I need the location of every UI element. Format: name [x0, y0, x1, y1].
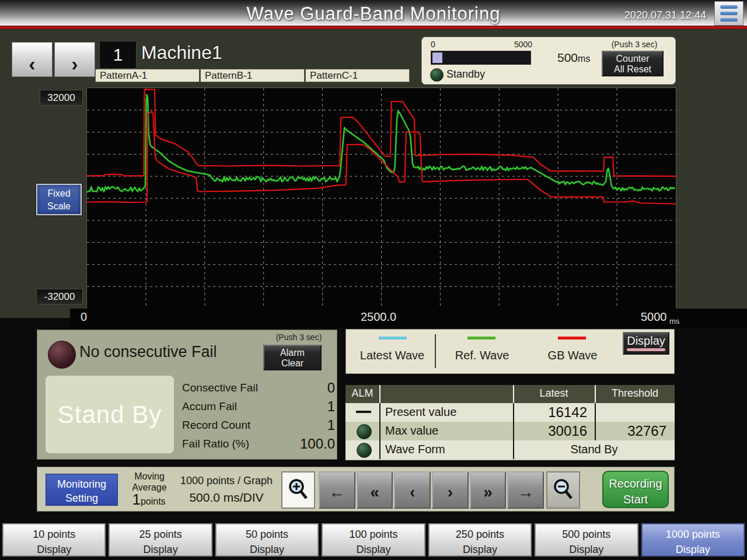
machine-number: 1: [99, 41, 137, 69]
push-hint: (Push 3 sec): [597, 40, 672, 49]
zoom-in-button[interactable]: [281, 471, 315, 509]
table-header: ALM Latest Threshold: [345, 385, 675, 403]
pan-button-3[interactable]: ›: [432, 471, 469, 509]
cycle-scale-min: 0: [431, 40, 435, 49]
tab-pattern-a[interactable]: PatternA-1: [95, 69, 200, 82]
250-points-display-button[interactable]: 250 pointsDisplay: [428, 523, 532, 556]
10-points-display-button[interactable]: 10 pointsDisplay: [2, 523, 106, 556]
recording-start-button[interactable]: Recording Start: [602, 471, 669, 508]
legend-divider: [435, 334, 436, 368]
table-row-present-value: Present value 16142: [345, 403, 675, 422]
legend-gb-wave: GB Wave: [540, 349, 605, 362]
tab-pattern-c[interactable]: PatternC-1: [305, 69, 410, 82]
cycle-progress-fill: [432, 52, 442, 63]
legend-panel: Latest Wave Ref. Wave GB Wave Display: [345, 329, 675, 374]
standby-indicator: [430, 68, 444, 82]
hmi-screen: Wave Guard-Band Monitoring 2020.07.31 12…: [0, 0, 747, 560]
title-divider: [0, 26, 747, 29]
col-latest: Latest: [514, 387, 594, 400]
interval-unit: ms: [578, 54, 590, 64]
stat-row-consecutive-fail: Consective Fail 0: [182, 380, 335, 395]
cycle-panel: 0 5000 500ms (Push 3 sec) Counter All Re…: [421, 37, 676, 85]
1000-points-display-button[interactable]: 1000 pointsDisplay: [641, 523, 745, 556]
machine-prev-button[interactable]: ‹: [12, 42, 53, 77]
cycle-progress-bar: [431, 51, 531, 65]
25-points-display-button[interactable]: 25 pointsDisplay: [109, 523, 212, 556]
legend-ref-wave: Ref. Wave: [450, 349, 514, 362]
tab-pattern-b[interactable]: PatternB-1: [200, 69, 305, 82]
control-bar: Monitoring Setting Moving Average 1point…: [37, 467, 675, 512]
standby-label: Standby: [446, 68, 485, 80]
500-points-display-button[interactable]: 500 pointsDisplay: [535, 523, 638, 556]
magnifier-plus-icon: [287, 477, 310, 503]
pan-button-1[interactable]: «: [357, 471, 393, 509]
pan-button-5[interactable]: →: [507, 471, 544, 509]
50-points-display-button[interactable]: 50 pointsDisplay: [215, 523, 319, 556]
alarm-state-label: No consecutive Fail: [79, 343, 217, 361]
pan-button-2[interactable]: ‹: [394, 471, 431, 509]
cycle-scale-max: 5000: [514, 40, 532, 49]
table-row-max-value: Max value 30016 32767: [345, 422, 675, 440]
wave-form-state: Stand By: [514, 443, 675, 456]
pan-buttons: ←«‹›»→: [319, 471, 544, 509]
pan-button-4[interactable]: »: [470, 471, 507, 509]
legend-latest-wave: Latest Wave: [354, 349, 430, 362]
y-axis-min-label: -32000: [36, 289, 83, 304]
stat-row-fail-ratio: Fail Ratio (%) 100.0: [182, 436, 335, 451]
latest-wave-swatch: [379, 337, 407, 340]
machine-state-display: Stand By: [46, 376, 174, 453]
alarm-status-panel: No consecutive Fail (Push 3 sec) Alarm C…: [37, 330, 337, 460]
x-tick-max: 5000: [641, 310, 667, 324]
ref-wave-swatch: [467, 337, 495, 340]
monitoring-setting-button[interactable]: Monitoring Setting: [46, 474, 118, 506]
datetime-display: 2020.07.31 12:44: [624, 9, 706, 22]
display-underline: [627, 348, 665, 351]
stat-row-accum-fail: Accum Fail 1: [182, 398, 335, 414]
100-points-display-button[interactable]: 100 pointsDisplay: [322, 523, 425, 556]
points-per-graph-label: 1000 points / Graph: [177, 475, 275, 487]
col-alm: ALM: [345, 387, 379, 400]
moving-average-value: 1points: [124, 491, 174, 509]
alm-indicator-max: [357, 424, 372, 439]
alm-indicator-waveform: [357, 443, 372, 458]
alarm-indicator: [48, 341, 76, 369]
push-hint: (Push 3 sec): [261, 332, 336, 342]
x-axis-unit: ms: [669, 317, 679, 326]
machine-next-button[interactable]: ›: [54, 42, 95, 77]
hamburger-menu-button[interactable]: [714, 1, 743, 26]
counter-all-reset-button[interactable]: Counter All Reset: [602, 51, 664, 76]
pan-button-0[interactable]: ←: [319, 471, 355, 509]
points-display-row: 10 pointsDisplay25 pointsDisplay50 point…: [0, 523, 747, 556]
alarm-clear-button[interactable]: Alarm Clear: [263, 345, 322, 370]
zoom-out-button[interactable]: [546, 471, 580, 509]
col-threshold: Threshold: [595, 387, 675, 400]
stat-row-record-count: Record Count 1: [182, 417, 335, 432]
alm-table: ALM Latest Threshold Present value 16142…: [345, 385, 675, 460]
waveform-chart: [86, 88, 676, 309]
chevron-right-icon: ›: [71, 52, 78, 75]
table-row-wave-form: Wave Form Stand By: [345, 440, 675, 459]
chevron-left-icon: ‹: [29, 52, 35, 75]
gb-wave-swatch: [558, 337, 586, 340]
fixed-scale-button[interactable]: Fixed Scale: [36, 184, 82, 215]
no-alarm-dash: [356, 411, 371, 413]
display-button[interactable]: Display: [623, 332, 669, 355]
x-tick-0: 0: [81, 310, 87, 324]
interval-value: 500: [557, 51, 578, 64]
moving-average-label: Moving Average: [125, 471, 174, 493]
hamburger-icon: [720, 5, 738, 9]
waveform-plot: [87, 88, 676, 309]
machine-name: Machine1: [141, 42, 222, 64]
x-tick-mid: 2500.0: [361, 310, 396, 324]
x-axis: 0 2500.0 5000 ms: [70, 309, 747, 328]
y-axis-max-label: 32000: [40, 90, 83, 106]
ms-per-div-label: 500.0 ms/DIV: [177, 491, 275, 505]
magnifier-minus-icon: [551, 477, 575, 503]
